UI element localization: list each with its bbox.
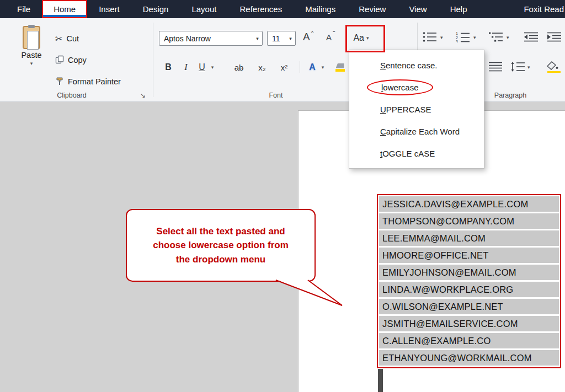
selected-text-line[interactable]: JSMITH@EMAILSERVICE.COM: [379, 316, 559, 331]
line-spacing-chevron-icon[interactable]: ▾: [527, 65, 530, 70]
tab-layout[interactable]: Layout: [180, 0, 228, 18]
bullets-button[interactable]: [423, 31, 437, 42]
selected-text-line[interactable]: ETHANYOUNG@WORKMAIL.COM: [379, 350, 559, 366]
callout-tail: [259, 278, 348, 310]
paste-label: Paste: [21, 51, 41, 60]
change-case-menu: Sentence case. lowercase UPPERCASE Capit…: [349, 50, 484, 169]
grow-font-button[interactable]: A ˆ: [303, 31, 313, 42]
copy-label: Copy: [68, 56, 87, 65]
format-painter-label: Format Painter: [68, 77, 121, 86]
superscript-label: x²: [281, 63, 288, 72]
numbering-button[interactable]: 123: [456, 31, 470, 42]
accelerator-letter: S: [380, 61, 386, 70]
selected-text-line[interactable]: THOMPSON@COMPANY.COM: [379, 213, 559, 229]
text-effects-chevron[interactable]: ▾: [319, 60, 327, 74]
change-case-chevron-icon: ▾: [366, 36, 369, 41]
tab-help[interactable]: Help: [439, 0, 479, 18]
decrease-indent-button[interactable]: [524, 31, 539, 42]
menu-item-capitalize-each-word[interactable]: Capitalize Each Word: [349, 120, 484, 142]
paste-button[interactable]: Paste ▾: [14, 23, 49, 90]
svg-text:2: 2: [456, 36, 458, 40]
font-name-chevron-icon: ▾: [253, 36, 262, 41]
shrink-font-button[interactable]: A ˇ: [326, 33, 335, 41]
lowercase-annotation-ellipse: lowercase: [367, 79, 433, 95]
menu-item-label: apitalize Each Word: [386, 127, 460, 136]
superscript-button[interactable]: x²: [277, 60, 291, 74]
selected-text-line[interactable]: LEE.EMMA@MAIL.COM: [379, 230, 559, 246]
strikethrough-label: ab: [234, 63, 244, 72]
menu-item-label: entence case.: [386, 61, 437, 70]
selected-text-line[interactable]: C.ALLEN@EXAMPLE.CO: [379, 333, 559, 348]
tab-review[interactable]: Review: [347, 0, 397, 18]
subscript-label: x₂: [258, 63, 265, 72]
clipboard-group-label: Clipboard: [30, 92, 113, 99]
menu-item-uppercase[interactable]: UPPERCASE: [349, 98, 484, 120]
shading-button[interactable]: [547, 61, 562, 73]
selected-text-line[interactable]: EMILYJOHNSON@EMAIL.COM: [379, 265, 559, 280]
justify-button[interactable]: [489, 61, 503, 72]
bullets-chevron-icon[interactable]: ▾: [440, 35, 443, 40]
italic-label: I: [184, 62, 187, 72]
bold-button[interactable]: B: [162, 60, 174, 74]
highlighter-icon: [336, 63, 344, 68]
highlight-button[interactable]: [334, 60, 345, 74]
callout-line: choose lowercase option from: [153, 238, 289, 253]
email-list-annotation-box: JESSICA.DAVIS@EXAMPLE.COM THOMPSON@COMPA…: [377, 194, 561, 368]
tab-view[interactable]: View: [397, 0, 438, 18]
line-spacing-button[interactable]: [511, 61, 525, 72]
tab-mailings[interactable]: Mailings: [294, 0, 347, 18]
selected-text-line[interactable]: HMOORE@OFFICE.NET: [379, 248, 559, 263]
highlighter-color-bar: [335, 69, 345, 72]
paste-clipboard-icon: [23, 26, 40, 49]
strikethrough-button[interactable]: ab: [232, 60, 246, 74]
multilevel-list-button[interactable]: [489, 31, 503, 42]
accelerator-letter: l: [381, 83, 383, 92]
underline-button[interactable]: U: [196, 60, 207, 74]
font-row-separator: [300, 61, 300, 73]
menu-item-lowercase[interactable]: lowercase: [349, 76, 484, 98]
tab-design[interactable]: Design: [131, 0, 180, 18]
change-case-button[interactable]: Aa ▾: [348, 30, 374, 46]
svg-text:1: 1: [456, 31, 458, 35]
copy-button[interactable]: Copy: [55, 53, 87, 67]
paragraph-group-label: Paragraph: [475, 92, 546, 99]
increase-indent-button[interactable]: [547, 31, 562, 42]
selected-text-line[interactable]: LINDA.W@WORKPLACE.ORG: [379, 282, 559, 297]
menu-item-label: PPERCASE: [386, 105, 431, 114]
underline-chevron-icon: ▾: [211, 65, 214, 70]
callout-line: the dropdown menu: [176, 253, 265, 267]
subscript-button[interactable]: x₂: [255, 60, 269, 74]
underline-chevron[interactable]: ▾: [209, 60, 216, 74]
multilevel-chevron-icon[interactable]: ▾: [507, 35, 509, 40]
shrink-font-caret-icon: ˇ: [333, 30, 335, 38]
scissors-icon: ✂: [55, 34, 62, 44]
callout-line: Select all the text pasted and: [156, 224, 285, 239]
tab-insert[interactable]: Insert: [87, 0, 131, 18]
word-window: File Home Insert Design Layout Reference…: [0, 0, 565, 392]
italic-button[interactable]: I: [181, 60, 191, 74]
menu-item-toggle-case[interactable]: tOGGLE cASE: [349, 142, 484, 164]
change-case-label: Aa: [353, 33, 364, 43]
tab-foxit-reader[interactable]: Foxit Read: [512, 0, 565, 18]
grow-font-caret-icon: ˆ: [311, 31, 314, 39]
accelerator-letter: U: [380, 105, 386, 114]
tab-file[interactable]: File: [6, 0, 42, 18]
clipboard-dialog-launcher-icon[interactable]: ↘: [140, 92, 146, 99]
selected-text-line[interactable]: O.WILSON@EXAMPLE.NET: [379, 299, 559, 314]
text-effects-button[interactable]: A: [307, 60, 318, 74]
tab-home[interactable]: Home: [42, 0, 87, 18]
font-name-combobox[interactable]: Aptos Narrow ▾: [159, 31, 263, 46]
cut-button[interactable]: ✂ Cut: [55, 31, 79, 46]
copy-icon: [55, 55, 64, 66]
annotation-callout: Select all the text pasted and choose lo…: [126, 209, 316, 282]
selected-text-line[interactable]: JESSICA.DAVIS@EXAMPLE.COM: [379, 196, 559, 212]
grow-font-label: A: [303, 31, 310, 42]
paste-chevron-icon: ▾: [30, 61, 33, 66]
format-painter-button[interactable]: Format Painter: [55, 74, 121, 89]
font-group-label: Font: [232, 92, 320, 99]
tab-references[interactable]: References: [228, 0, 294, 18]
bold-label: B: [165, 62, 172, 72]
numbering-chevron-icon[interactable]: ▾: [473, 35, 476, 40]
font-size-combobox[interactable]: 11 ▾: [267, 31, 296, 46]
menu-item-sentence-case[interactable]: Sentence case.: [349, 54, 484, 76]
